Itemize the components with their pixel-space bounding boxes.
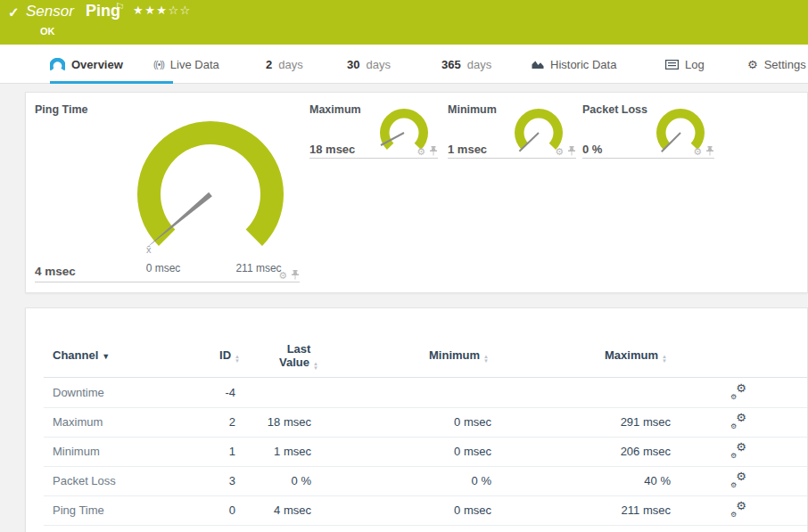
priority-flag-icon[interactable]: ⚐ bbox=[115, 1, 125, 13]
table-row: Packet Loss 3 0 % 0 % 40 % ⚙⚙ bbox=[26, 467, 807, 496]
tab-settings[interactable]: ⚙ Settings bbox=[747, 45, 806, 84]
tab-settings-label: Settings bbox=[764, 58, 806, 71]
sort-icon: ▲▼ bbox=[313, 362, 318, 371]
channel-rows: Downtime -4 ⚙⚙ Maximum 2 18 msec 0 msec … bbox=[26, 379, 807, 526]
channel-last-value: 4 msec bbox=[231, 503, 311, 517]
log-icon bbox=[665, 60, 679, 70]
channel-maximum: 211 msec bbox=[564, 503, 671, 517]
packet-loss-gauge-actions: ⚙ bbox=[582, 146, 714, 157]
pin-icon[interactable] bbox=[567, 146, 576, 157]
main-gauge-actions: ⚙ bbox=[35, 270, 300, 281]
tab-365-days-number: 365 bbox=[441, 58, 461, 71]
channel-name: Packet Loss bbox=[53, 474, 116, 487]
maximum-gauge-title: Maximum bbox=[309, 103, 361, 116]
minimum-gauge-actions: ⚙ bbox=[448, 146, 576, 157]
channel-minimum: 0 msec bbox=[384, 445, 491, 458]
tab-30-days[interactable]: 30 days bbox=[347, 45, 391, 84]
channel-name: Ping Time bbox=[53, 503, 104, 517]
tab-live-data[interactable]: ((•)) Live Data bbox=[153, 45, 219, 84]
minimum-gauge-title: Minimum bbox=[448, 103, 497, 116]
channel-id: 1 bbox=[173, 445, 235, 458]
sort-icon: ▲▼ bbox=[235, 355, 240, 364]
channel-last-value: 1 msec bbox=[231, 445, 311, 458]
tab-2-days-label: days bbox=[278, 58, 302, 71]
tab-2-days[interactable]: 2 days bbox=[266, 45, 303, 84]
content-area: Ping Time x̄ 0 msec 211 msec 4 msec ⚙ Ma… bbox=[0, 85, 808, 532]
channel-name: Downtime bbox=[53, 386, 104, 399]
tab-365-days[interactable]: 365 days bbox=[441, 45, 491, 84]
maximum-gauge-actions: ⚙ bbox=[309, 146, 438, 157]
channel-last-value: 18 msec bbox=[231, 415, 311, 429]
channel-minimum: 0 % bbox=[384, 474, 491, 487]
channel-id: 3 bbox=[173, 474, 235, 487]
pin-icon[interactable] bbox=[705, 146, 714, 157]
channel-maximum: 291 msec bbox=[564, 415, 671, 429]
ok-check-icon: ✓ bbox=[8, 4, 20, 20]
channel-settings-button[interactable]: ⚙⚙ bbox=[727, 471, 750, 490]
priority-stars[interactable]: ★★★☆☆ bbox=[133, 4, 192, 17]
sensor-header: ✓ Sensor Ping ⚐ ★★★☆☆ OK bbox=[0, 0, 808, 45]
table-row: Downtime -4 ⚙⚙ bbox=[26, 379, 807, 408]
gauge-icon bbox=[50, 58, 65, 71]
gauges-panel: Ping Time x̄ 0 msec 211 msec 4 msec ⚙ Ma… bbox=[25, 92, 808, 293]
gauge-footer-line bbox=[448, 158, 576, 159]
column-header-last-value[interactable]: Last Value▲▼ bbox=[274, 342, 324, 371]
sensor-status-badge: OK bbox=[40, 26, 55, 37]
tab-log[interactable]: Log bbox=[665, 45, 705, 84]
pin-icon[interactable] bbox=[429, 146, 438, 157]
sort-icon: ▲▼ bbox=[662, 355, 667, 364]
channel-settings-gears-icon: ⚙⚙ bbox=[730, 471, 746, 487]
tab-live-data-label: Live Data bbox=[170, 58, 219, 71]
channel-maximum: 206 msec bbox=[564, 445, 671, 458]
gauge-footer-line bbox=[309, 158, 438, 159]
channel-name: Maximum bbox=[53, 415, 103, 429]
table-header-divider bbox=[44, 377, 807, 378]
settings-gear-icon: ⚙ bbox=[747, 58, 758, 71]
tab-bar: Overview ((•)) Live Data 2 days 30 days … bbox=[0, 45, 808, 84]
live-data-icon: ((•)) bbox=[153, 60, 164, 70]
gauge-settings-icon[interactable]: ⚙ bbox=[693, 147, 702, 157]
channel-last-value: 0 % bbox=[231, 474, 311, 487]
tab-365-days-label: days bbox=[467, 58, 491, 71]
channel-minimum: 0 msec bbox=[384, 503, 491, 517]
sort-icon: ▲▼ bbox=[483, 355, 489, 364]
column-header-minimum[interactable]: Minimum▲▼ bbox=[429, 348, 489, 364]
chart-icon bbox=[532, 59, 544, 70]
gauge-settings-icon[interactable]: ⚙ bbox=[416, 147, 425, 157]
channel-settings-button[interactable]: ⚙⚙ bbox=[727, 442, 750, 461]
tab-historic-data[interactable]: Historic Data bbox=[532, 45, 616, 84]
column-header-channel[interactable]: Channel▼ bbox=[53, 348, 110, 362]
column-header-last-value-label: Last Value bbox=[279, 342, 310, 369]
column-header-maximum[interactable]: Maximum▲▼ bbox=[605, 348, 667, 364]
channel-maximum: 40 % bbox=[564, 474, 671, 487]
channel-id: -4 bbox=[173, 386, 235, 399]
column-header-minimum-label: Minimum bbox=[429, 348, 480, 362]
channel-settings-button[interactable]: ⚙⚙ bbox=[727, 413, 750, 431]
packet-loss-gauge-title: Packet Loss bbox=[582, 103, 647, 116]
ping-time-gauge bbox=[121, 102, 300, 254]
channel-settings-button[interactable]: ⚙⚙ bbox=[727, 383, 750, 402]
channel-id: 0 bbox=[173, 503, 235, 517]
tab-30-days-number: 30 bbox=[347, 58, 359, 71]
tab-log-label: Log bbox=[685, 58, 705, 71]
column-header-id[interactable]: ID▲▼ bbox=[177, 348, 240, 364]
pin-icon[interactable] bbox=[291, 270, 300, 281]
average-marker: x̄ bbox=[146, 244, 152, 255]
gauge-settings-icon[interactable]: ⚙ bbox=[555, 147, 564, 157]
column-header-channel-label: Channel bbox=[53, 348, 98, 362]
table-row: Maximum 2 18 msec 0 msec 291 msec ⚙⚙ bbox=[26, 408, 807, 438]
gauge-settings-icon[interactable]: ⚙ bbox=[278, 271, 287, 281]
channel-settings-gears-icon: ⚙⚙ bbox=[730, 413, 746, 429]
gauge-footer-line bbox=[35, 282, 300, 282]
column-header-maximum-label: Maximum bbox=[605, 348, 658, 362]
row-divider bbox=[44, 525, 807, 526]
main-gauge-title: Ping Time bbox=[35, 103, 88, 116]
tab-historic-data-label: Historic Data bbox=[550, 58, 616, 71]
active-tab-indicator bbox=[50, 81, 173, 84]
tab-30-days-label: days bbox=[366, 58, 390, 71]
channel-id: 2 bbox=[173, 415, 235, 429]
channel-settings-gears-icon: ⚙⚙ bbox=[730, 442, 746, 458]
channel-settings-button[interactable]: ⚙⚙ bbox=[727, 501, 750, 520]
channel-settings-gears-icon: ⚙⚙ bbox=[730, 501, 746, 517]
tab-2-days-number: 2 bbox=[266, 58, 272, 71]
